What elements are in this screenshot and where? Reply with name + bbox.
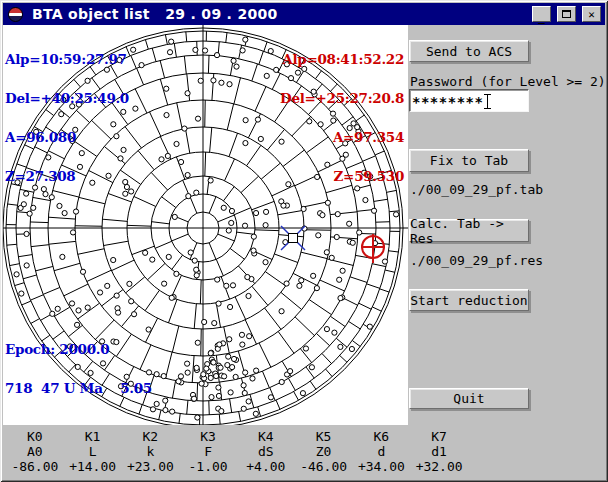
status-header-row: K0K1K2K3K4K5K6K7 xyxy=(6,429,468,444)
status-cell: K6 xyxy=(353,429,411,444)
res-file-path: ./00_09_29_pf.res xyxy=(410,253,543,268)
fix-to-tab-button[interactable]: Fix to Tab xyxy=(409,149,529,172)
window-controls: _ ✕ xyxy=(532,6,601,22)
status-cell: -1.00 xyxy=(179,459,237,474)
status-cell: Z0 xyxy=(295,444,353,459)
app-sphere-icon xyxy=(8,7,23,22)
status-cell: -46.00 xyxy=(295,459,353,474)
close-icon: ✕ xyxy=(588,8,595,21)
current-azimuth: A=96.080 xyxy=(5,131,129,144)
window-title: BTA object list 29 . 09 . 2000 xyxy=(32,6,278,22)
status-cell: -86.00 xyxy=(6,459,64,474)
current-zenith: Z=27.308 xyxy=(5,170,129,183)
maximize-button[interactable] xyxy=(557,6,576,22)
status-cell: +23.00 xyxy=(122,459,180,474)
status-cell: +14.00 xyxy=(64,459,122,474)
status-cell: K7 xyxy=(410,429,468,444)
status-cell: K3 xyxy=(179,429,237,444)
target-alpha: Alp=08:41:52.22 xyxy=(280,53,404,66)
status-cell: +32.00 xyxy=(410,459,468,474)
status-cell: L xyxy=(64,444,122,459)
status-cell: A0 xyxy=(6,444,64,459)
maximize-icon xyxy=(562,10,571,18)
status-cell: dS xyxy=(237,444,295,459)
password-input[interactable]: ******** xyxy=(409,89,529,112)
status-cell: K0 xyxy=(6,429,64,444)
start-reduction-button[interactable]: Start reduction xyxy=(409,289,529,311)
send-to-acs-button[interactable]: Send to ACS xyxy=(409,40,529,62)
epoch-label: Epoch: 2000.0 xyxy=(5,343,152,356)
sky-map-canvas[interactable]: Alp=10:59:27.97 Del=+40:25:49.0 A=96.080… xyxy=(3,25,408,425)
epoch-object-readout: Epoch: 2000.0 718 47 U Ma 5.05 xyxy=(5,317,152,421)
titlebar: BTA object list 29 . 09 . 2000 _ ✕ xyxy=(3,3,605,25)
minimize-button[interactable]: _ xyxy=(532,6,551,22)
app-window: BTA object list 29 . 09 . 2000 _ ✕ Alp=1… xyxy=(0,0,608,482)
coefficients-table: K0K1K2K3K4K5K6K7A0LkFdSZ0dd1-86.00+14.00… xyxy=(6,429,468,474)
status-cell: +4.00 xyxy=(237,459,295,474)
target-azimuth: A=97.354 xyxy=(280,131,404,144)
tab-file-path: ./00_09_29_pf.tab xyxy=(410,182,543,197)
status-value-row: -86.00+14.00+23.00-1.00+4.00-46.00+34.00… xyxy=(6,459,468,474)
current-pointing-readout: Alp=10:59:27.97 Del=+40:25:49.0 A=96.080… xyxy=(5,27,129,209)
status-cell: F xyxy=(179,444,237,459)
selected-object-label: 718 47 U Ma 5.05 xyxy=(5,382,152,395)
status-cell: +34.00 xyxy=(353,459,411,474)
close-button[interactable]: ✕ xyxy=(582,6,601,22)
calc-tab-to-res-button[interactable]: Calc. Tab -> Res xyxy=(409,219,529,242)
target-zenith: Z=59.530 xyxy=(280,170,404,183)
status-cell: K4 xyxy=(237,429,295,444)
password-value: ******** xyxy=(412,94,483,110)
target-pointing-readout: Alp=08:41:52.22 Del=+25:27:20.8 A=97.354… xyxy=(280,27,404,209)
status-cell: k xyxy=(122,444,180,459)
status-param-row: A0LkFdSZ0dd1 xyxy=(6,444,468,459)
quit-button[interactable]: Quit xyxy=(409,388,529,409)
password-label: Password (for Level >= 2) xyxy=(410,74,606,89)
status-cell: K5 xyxy=(295,429,353,444)
status-cell: K1 xyxy=(64,429,122,444)
target-delta: Del=+25:27:20.8 xyxy=(280,92,404,105)
minimize-icon: _ xyxy=(538,16,545,20)
status-cell: K2 xyxy=(122,429,180,444)
text-caret-icon xyxy=(484,94,491,109)
current-alpha: Alp=10:59:27.97 xyxy=(5,53,129,66)
current-delta: Del=+40:25:49.0 xyxy=(5,92,129,105)
status-cell: d xyxy=(353,444,411,459)
status-cell: d1 xyxy=(410,444,468,459)
